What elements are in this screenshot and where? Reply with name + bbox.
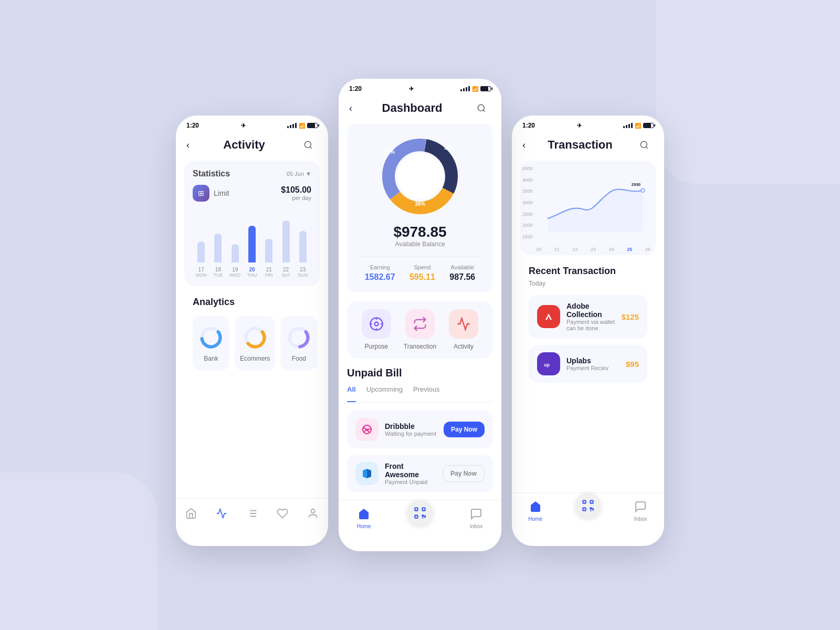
bar-col-6 <box>299 231 307 262</box>
search-icon-right[interactable] <box>635 135 654 154</box>
uplabs-info: Uplabs Payment Reciev <box>566 356 620 371</box>
available-label: Available <box>451 264 474 270</box>
center-nav-scan[interactable] <box>407 510 433 526</box>
food-label: Food <box>292 355 306 362</box>
left-nav-activity[interactable] <box>209 505 234 522</box>
right-nav-inbox[interactable]: Inbox <box>633 499 648 522</box>
limit-amount-col: $105.00 per day <box>281 185 311 201</box>
bill-frontawesome: Front Awesome Payment Unpaid Pay Now <box>347 455 493 492</box>
right-nav-home[interactable]: Home <box>528 499 543 522</box>
svg-text:up: up <box>544 362 550 368</box>
svg-rect-40 <box>542 310 555 323</box>
balance-card: 30% 32% 38% $978.85 Available Balance Ea… <box>347 124 493 292</box>
svg-rect-43 <box>583 500 585 503</box>
bar-labels: 17 MON 18 TUE 19 WED 20 <box>193 267 311 278</box>
left-nav-favorite[interactable] <box>270 505 295 522</box>
time-right: 1:20 <box>522 122 535 129</box>
back-button-left[interactable]: ‹ <box>186 140 190 151</box>
left-nav-list[interactable] <box>239 505 265 522</box>
status-bar-left: 1:20 ✈ 📶 <box>176 116 328 133</box>
battery-left <box>307 123 318 128</box>
adobe-desc: Payment via wallet can be done <box>566 319 615 331</box>
recent-title: Recent Transaction <box>529 266 647 277</box>
adobe-name: Adobe Collection <box>566 302 615 319</box>
tab-upcoming[interactable]: Upcomming <box>366 385 403 397</box>
svg-rect-44 <box>590 500 593 503</box>
chart-y-labels: 4500 4000 3500 3000 2500 2000 1500 <box>522 166 533 239</box>
signal-right <box>623 123 633 128</box>
location-icon-left: ✈ <box>241 122 246 129</box>
time-left: 1:20 <box>186 122 199 129</box>
center-body: ‹ Dashboard <box>339 97 501 540</box>
bar-5 <box>282 220 290 262</box>
bank-donut <box>198 324 224 351</box>
center-nav-inbox[interactable]: Inbox <box>469 507 484 529</box>
back-button-right[interactable]: ‹ <box>522 140 526 151</box>
phones-container: 1:20 ✈ 📶 ‹ Activity <box>176 79 664 551</box>
battery-fill-center <box>481 87 488 91</box>
analytics-card-bank[interactable]: Bank <box>193 316 229 371</box>
activity-icon-center <box>449 309 478 339</box>
battery-fill-right <box>644 123 651 128</box>
action-transaction[interactable]: Transection <box>404 309 436 350</box>
limit-left: ⊞ Limit <box>193 185 229 202</box>
analytics-cards: Bank Ecommers <box>193 316 311 371</box>
limit-icon: ⊞ <box>193 185 209 202</box>
statistics-card: Statistics 05 Jun ▼ ⊞ Limit $105.00 per … <box>184 161 320 286</box>
donut-label-30: 30% <box>384 149 395 155</box>
search-icon-left[interactable] <box>299 135 318 154</box>
action-purpose[interactable]: Purpose <box>362 309 391 350</box>
analytics-card-food[interactable]: Food <box>280 316 317 371</box>
signal-center <box>460 86 470 91</box>
limit-value: $105.00 <box>281 185 311 195</box>
right-nav-scan[interactable] <box>575 503 601 519</box>
bank-label: Bank <box>204 355 218 362</box>
available-value: 987.56 <box>449 272 475 282</box>
left-nav-profile[interactable] <box>300 505 326 522</box>
status-icons-center: 📶 <box>460 86 491 92</box>
svg-point-13 <box>311 509 314 513</box>
bar-3-active <box>248 226 256 262</box>
inbox-nav-label-center: Inbox <box>470 523 482 529</box>
line-chart-svg: 2930 <box>529 169 647 236</box>
time-center: 1:20 <box>349 85 362 92</box>
frontawesome-pay-now[interactable]: Pay Now <box>443 465 485 482</box>
transaction-adobe: Adobe Collection Payment via wallet can … <box>529 295 647 339</box>
dribbble-logo <box>355 418 379 441</box>
left-nav-home[interactable] <box>178 505 204 522</box>
statistics-date[interactable]: 05 Jun ▼ <box>287 171 311 177</box>
location-icon-right: ✈ <box>577 122 582 129</box>
phone-right: 1:20 ✈ 📶 ‹ Transaction <box>512 116 664 546</box>
balance-stats: Earning 1582.67 Spend 595.11 Available 9… <box>358 256 482 282</box>
limit-row: ⊞ Limit $105.00 per day <box>193 185 311 202</box>
inbox-nav-label-right: Inbox <box>634 516 647 522</box>
activity-label: Activity <box>454 343 474 350</box>
transaction-icon <box>405 309 435 339</box>
frontawesome-status: Payment Unpaid <box>385 479 436 485</box>
signal-left <box>287 123 297 128</box>
dribbble-info: Dribbble Watting for payment <box>385 422 437 437</box>
unpaid-bill-section: Unpaid Bill All Upcomming Previous <box>347 367 493 492</box>
bar-label-1: 18 TUE <box>209 267 226 278</box>
center-nav-home[interactable]: Home <box>356 507 371 529</box>
status-icons-right: 📶 <box>623 123 654 129</box>
tab-all[interactable]: All <box>347 385 356 397</box>
adobe-info: Adobe Collection Payment via wallet can … <box>566 302 615 331</box>
uplabs-name: Uplabs <box>566 356 620 365</box>
bar-col-4 <box>265 239 272 262</box>
earning-label: Earning <box>370 264 390 270</box>
balance-label: Available Balance <box>395 240 445 248</box>
frontawesome-info: Front Awesome Payment Unpaid <box>385 462 436 485</box>
donut-label-32: 32% <box>444 145 455 151</box>
activity-icon-left <box>215 507 228 520</box>
tab-previous[interactable]: Previous <box>413 385 440 397</box>
activity-content: Statistics 05 Jun ▼ ⊞ Limit $105.00 per … <box>176 161 328 498</box>
action-activity[interactable]: Activity <box>449 309 478 350</box>
search-icon-center[interactable] <box>472 99 491 118</box>
phone-center: 1:20 ✈ 📶 ‹ Dashboard <box>339 79 501 551</box>
analytics-card-ecommers[interactable]: Ecommers <box>235 316 275 371</box>
back-button-center[interactable]: ‹ <box>349 103 352 114</box>
dribbble-pay-now[interactable]: Pay Now <box>444 422 485 437</box>
analytics-section: Analytics Bank <box>184 297 320 371</box>
profile-icon-left <box>307 507 319 520</box>
